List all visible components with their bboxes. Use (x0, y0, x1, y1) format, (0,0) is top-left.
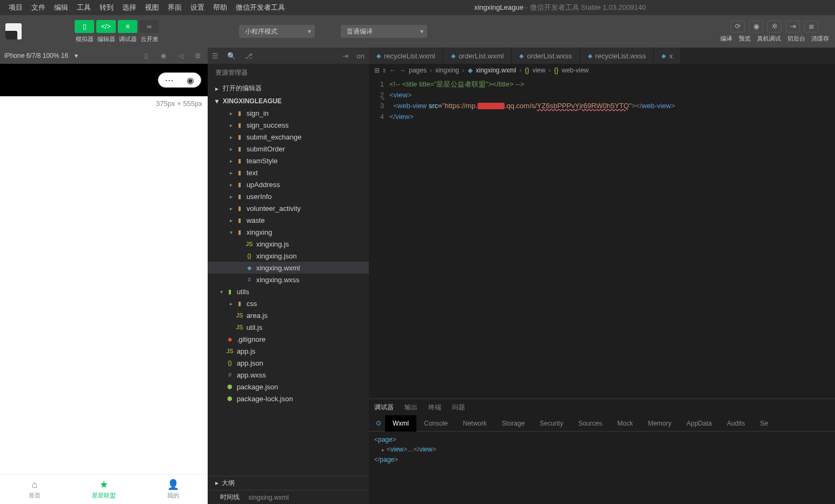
indent-icon[interactable]: ⇥ (342, 52, 348, 60)
project-root[interactable]: ▾XINGXINGLEAGUE (208, 95, 369, 107)
device-dropdown-icon[interactable]: ▾ (75, 52, 78, 59)
rotate-icon[interactable]: ⊞ (193, 52, 203, 59)
capsule-close-icon[interactable]: ◉ (187, 75, 194, 85)
tree-xingxing.wxss[interactable]: # xingxing.wxss (208, 274, 369, 286)
device-selector[interactable]: iPhone 6/7/8 100% 16 (4, 52, 68, 59)
tree-.gitignore[interactable]: ◆ .gitignore (208, 333, 369, 345)
breadcrumb-webview[interactable]: web-view (561, 67, 588, 74)
audits-tab[interactable]: Audits (719, 415, 752, 432)
problems-tab[interactable]: 问题 (452, 403, 465, 412)
tab-recycleList.wxss[interactable]: ◆recycleList.wxss (580, 48, 654, 64)
menu-界面[interactable]: 界面 (163, 0, 186, 15)
memory-tab[interactable]: Memory (640, 415, 679, 432)
compile-mode-dropdown[interactable]: 普通编译 (341, 25, 427, 38)
tree-xingxing[interactable]: ▾▮ xingxing (208, 226, 369, 238)
breadcrumb-pages[interactable]: pages (409, 67, 427, 74)
tabbar-league[interactable]: ★ 星星联盟 (69, 474, 138, 504)
clear-cache-button[interactable]: ≣ (804, 21, 818, 32)
appdata-tab[interactable]: AppData (679, 415, 719, 432)
device-icon[interactable]: ▯ (141, 52, 151, 59)
debugger-toggle[interactable]: ≡ (118, 20, 137, 33)
tree-sign_in[interactable]: ▸▮ sign_in (208, 107, 369, 119)
storage-tab[interactable]: Storage (494, 415, 532, 432)
compile-button[interactable]: ⟳ (731, 21, 745, 32)
menu-微信开发者工具[interactable]: 微信开发者工具 (231, 0, 289, 15)
open-editors-section[interactable]: ▸打开的编辑器 (208, 82, 369, 95)
tree-text[interactable]: ▸▮ text (208, 167, 369, 178)
tab-orderList.wxml[interactable]: ◆orderList.wxml (443, 48, 512, 64)
tab-x[interactable]: ◆x (654, 48, 681, 64)
network-tab[interactable]: Network (455, 415, 494, 432)
tab-recycleList.wxml[interactable]: ◆recycleList.wxml (369, 48, 443, 64)
mock-tab[interactable]: Mock (609, 415, 640, 432)
code-editor[interactable]: 1234 <!-- <title title="星星公益者联盟"></title… (369, 77, 835, 399)
output-tab[interactable]: 输出 (405, 403, 418, 412)
sensor-tab[interactable]: Se (753, 415, 776, 432)
tree-xingxing.wxml[interactable]: ◆ xingxing.wxml (208, 262, 369, 274)
wxml-tab[interactable]: Wxml (385, 415, 416, 432)
breadcrumb-right-icon[interactable]: → (399, 67, 406, 74)
terminal-tab[interactable]: 终端 (428, 403, 441, 412)
tree-teamStyle[interactable]: ▸▮ teamStyle (208, 155, 369, 167)
outline-section[interactable]: ▸大纲 (208, 476, 369, 490)
tree-area.js[interactable]: JS area.js (208, 309, 369, 321)
breadcrumb-file[interactable]: xingxing.wxml (476, 67, 516, 74)
record-icon[interactable]: ◉ (158, 52, 169, 59)
menu-文件[interactable]: 文件 (27, 0, 50, 15)
tree-util.js[interactable]: JS util.js (208, 321, 369, 333)
breadcrumb-left-icon[interactable]: ← (389, 67, 396, 74)
breadcrumb-back-icon[interactable]: ⊞ (374, 67, 380, 74)
branch-icon[interactable]: ⎇ (244, 52, 253, 60)
tab-orderList.wxss[interactable]: ◆orderList.wxss (512, 48, 580, 64)
user-avatar[interactable] (5, 23, 22, 39)
menu-选择[interactable]: 选择 (118, 0, 141, 15)
console-tab[interactable]: Console (416, 415, 455, 432)
menu-转到[interactable]: 转到 (95, 0, 118, 15)
tree-css[interactable]: ▸▮ css (208, 297, 369, 309)
code-content[interactable]: <!-- <title title="星星公益者联盟"></title> -->… (389, 79, 835, 399)
sources-tab[interactable]: Sources (571, 415, 609, 432)
timeline-section[interactable]: 时间线xingxing.wxml (208, 490, 369, 504)
tree-upAddress[interactable]: ▸▮ upAddress (208, 178, 369, 190)
tabbar-home[interactable]: ⌂ 首页 (0, 474, 69, 504)
editor-toggle[interactable]: </> (96, 20, 116, 33)
search-icon[interactable]: 🔍 (227, 52, 236, 60)
tree-app.js[interactable]: JS app.js (208, 345, 369, 357)
remote-debug-button[interactable]: ✲ (767, 21, 781, 32)
security-tab[interactable]: Security (532, 415, 571, 432)
tree-submit_exchange[interactable]: ▸▮ submit_exchange (208, 131, 369, 143)
wxml-inspector[interactable]: <page> ▸<view>…</view> </page> (369, 432, 835, 504)
breadcrumb-xingxing[interactable]: xingxing (435, 67, 459, 74)
menu-设置[interactable]: 设置 (186, 0, 209, 15)
tree-package.json[interactable]: ⬢ package.json (208, 381, 369, 393)
breadcrumb-bookmark-icon[interactable]: ⫾ (383, 67, 386, 74)
tree-sign_success[interactable]: ▸▮ sign_success (208, 119, 369, 131)
element-selector-icon[interactable]: ⯐ (372, 420, 385, 427)
tree-waste[interactable]: ▸▮ waste (208, 214, 369, 226)
tree-utils[interactable]: ▾▮ utils (208, 286, 369, 297)
menu-编辑[interactable]: 编辑 (50, 0, 72, 15)
menu-帮助[interactable]: 帮助 (209, 0, 231, 15)
capsule-button[interactable]: ⋯ ◉ (158, 72, 201, 88)
tree-xingxing.json[interactable]: {} xingxing.json (208, 250, 369, 262)
background-button[interactable]: ⇥ (786, 21, 800, 32)
menu-工具[interactable]: 工具 (72, 0, 95, 15)
tree-volunteer_activity[interactable]: ▸▮ volunteer_activity (208, 202, 369, 214)
capsule-menu-icon[interactable]: ⋯ (165, 75, 174, 85)
list-icon[interactable]: ☰ (212, 52, 218, 60)
simulator-viewport[interactable] (0, 111, 208, 474)
tree-userInfo[interactable]: ▸▮ userInfo (208, 190, 369, 202)
debugger-tab[interactable]: 调试器 (374, 403, 394, 412)
preview-button[interactable]: ◉ (749, 21, 763, 32)
breadcrumb-view[interactable]: view (532, 67, 545, 74)
tree-package-lock.json[interactable]: ⬢ package-lock.json (208, 393, 369, 404)
cloud-dev-toggle[interactable]: ∞ (140, 20, 159, 33)
tree-xingxing.js[interactable]: JS xingxing.js (208, 238, 369, 250)
mute-icon[interactable]: ◁ (175, 52, 186, 59)
tree-app.json[interactable]: {} app.json (208, 357, 369, 369)
menu-项目[interactable]: 项目 (4, 0, 27, 15)
tree-submitOrder[interactable]: ▸▮ submitOrder (208, 143, 369, 155)
program-mode-dropdown[interactable]: 小程序模式 (239, 25, 315, 38)
tabbar-mine[interactable]: 👤 我的 (138, 474, 208, 504)
menu-视图[interactable]: 视图 (141, 0, 163, 15)
